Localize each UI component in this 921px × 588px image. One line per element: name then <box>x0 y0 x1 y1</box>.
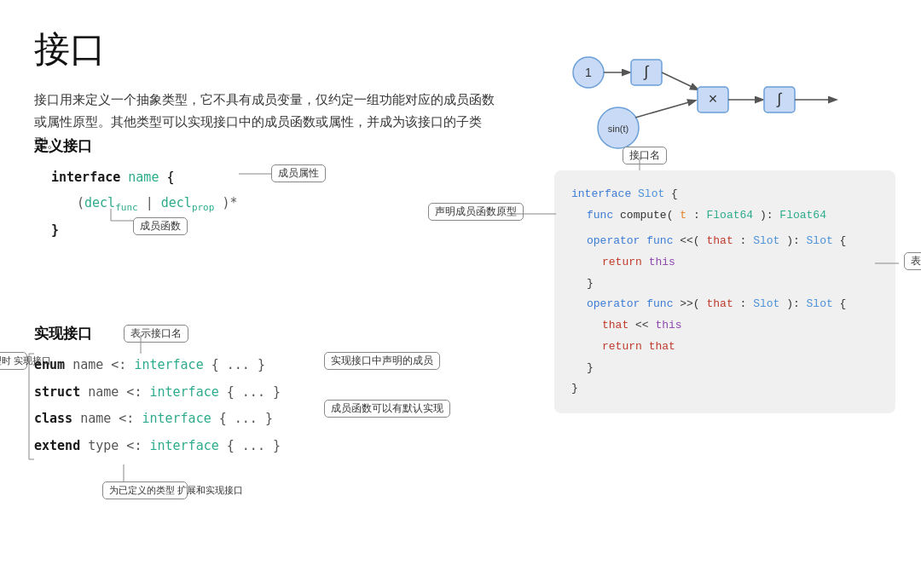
rc-that2: that <box>706 297 733 310</box>
kw-interface: interface <box>51 170 120 185</box>
rc-slot5: Slot <box>807 297 833 310</box>
rc-kw-func2: func <box>646 234 673 247</box>
rc-rparen: ): <box>760 209 779 222</box>
rc-float64-2: Float64 <box>779 209 826 222</box>
kw-extend: extend <box>34 438 80 453</box>
rc-slot4: Slot <box>753 297 779 310</box>
class-iface: interface <box>142 411 211 426</box>
impl-lines: enum name <: interface { ... } struct na… <box>34 352 529 459</box>
svg-line-8 <box>635 101 695 118</box>
struct-end: { ... } <box>219 384 281 400</box>
impl-line-enum: enum name <: interface { ... } <box>34 352 529 379</box>
svg-line-5 <box>662 72 698 89</box>
rc-colon2: : <box>740 234 754 247</box>
rc-rparen3: ): <box>786 297 806 310</box>
paren-open: ( <box>77 195 84 210</box>
ann-declare-proto: 声明成员函数原型 <box>428 203 524 221</box>
ann-member-attr-container: 成员属性 <box>239 161 341 190</box>
rc-compute: compute( <box>620 209 673 222</box>
ann-member-func-container: 成员函数 <box>102 209 171 236</box>
rc-return2: return <box>602 340 642 353</box>
rc-close3: } <box>571 382 578 395</box>
rc-return1: return <box>602 256 642 268</box>
svg-text:∫: ∫ <box>776 90 783 107</box>
impl-code-area: enum name <: interface { ... } struct na… <box>34 352 529 459</box>
paren-close: )* <box>222 195 237 210</box>
rc-line-8: return that <box>571 337 878 358</box>
rc-param-t: t <box>680 209 686 222</box>
ann-right-iface-name: 接口名 <box>623 147 667 164</box>
rc-rparen2: ): <box>786 234 806 247</box>
page: 接口 接口用来定义一个抽象类型，它不具有成员变量，仅约定一组功能对应的成员函数或… <box>0 0 921 588</box>
svg-text:sin(t): sin(t) <box>608 124 628 134</box>
brace-open: { <box>166 170 174 185</box>
rc-slot2: Slot <box>753 234 779 247</box>
rc-kw-func3: func <box>646 297 673 310</box>
ann-type-instance-line <box>875 259 901 268</box>
bracket-extend-line <box>119 464 128 483</box>
impl-line-struct: struct name <: interface { ... } <box>34 379 529 406</box>
rc-that4: that <box>649 340 675 353</box>
rc-float64-1: Float64 <box>707 209 754 222</box>
struct-iface: interface <box>149 384 218 400</box>
diagram-area: 1 ∫ sin(t) × ∫ <box>554 26 895 170</box>
rc-slot3: Slot <box>807 234 833 247</box>
rc-line-2: func compute( t : Float64 ): Float64 <box>571 205 878 227</box>
sub-prop: prop <box>192 202 215 213</box>
ann-member-func: 成员函数 <box>133 217 188 235</box>
rc-line-3: operator func <<( that : Slot ): Slot { <box>571 231 878 252</box>
rc-op-lshift: <<( <box>680 234 699 247</box>
rc-kw-operator1: operator <box>587 234 640 247</box>
ann-extend-impl: 为已定义的类型 扩展和实现接口 <box>102 481 188 499</box>
rc-close1: } <box>587 277 594 290</box>
rc-line-1: interface Slot { <box>571 184 878 205</box>
right-code-panel: 接口名 声明成员函数原型 表示实现此接口的类型实例 interface Slot… <box>554 170 895 413</box>
rc-op-rshift: >>( <box>680 297 699 310</box>
extend-end: { ... } <box>219 438 281 453</box>
extend-iface: interface <box>149 438 218 453</box>
rc-that3: that <box>602 319 628 331</box>
svg-text:∫: ∫ <box>643 63 650 80</box>
rc-kw-func: func <box>587 209 613 222</box>
rc-brace3: { <box>840 297 847 310</box>
rc-line-6: operator func >>( that : Slot ): Slot { <box>571 294 878 315</box>
rc-line-4: return this <box>571 252 878 274</box>
ann-impl-members: 实现接口中声明的成员 <box>324 352 440 370</box>
ann-define-impl: 定义类型时 实现接口 <box>0 352 27 370</box>
right-code-content: interface Slot { func compute( t : Float… <box>571 184 878 400</box>
rc-slot: Slot <box>638 187 664 200</box>
rc-line-9: } <box>571 358 878 379</box>
rc-line-7: that << this <box>571 315 878 337</box>
svg-text:1: 1 <box>585 66 592 79</box>
diagram-svg: 1 ∫ sin(t) × ∫ <box>554 26 870 162</box>
kw-class: class <box>34 411 72 426</box>
rc-lshift2: << <box>635 319 655 331</box>
class-end: { ... } <box>211 411 273 426</box>
rc-line-5: } <box>571 274 878 295</box>
impl-section: 实现接口 enum name <: interface { ... } stru… <box>34 324 529 459</box>
rc-colon1: : <box>693 209 707 222</box>
rc-that1: that <box>706 234 733 247</box>
define-heading: 定义接口 <box>34 136 495 156</box>
impl-heading: 实现接口 <box>34 324 529 343</box>
rc-colon3: : <box>740 297 754 310</box>
rc-close2: } <box>587 361 594 374</box>
class-rest: name <: <box>72 411 142 426</box>
ann-iface-name: 表示接口名 <box>124 325 188 343</box>
impl-line-class: class name <: interface { ... } <box>34 406 529 433</box>
svg-text:×: × <box>709 90 718 107</box>
impl-line-extend: extend type <: interface { ... } <box>34 433 529 460</box>
rc-this1: this <box>649 256 675 268</box>
rc-brace1: { <box>671 187 678 200</box>
rc-this2: this <box>655 319 681 331</box>
ann-default-impl: 成员函数可以有默认实现 <box>324 400 450 418</box>
rc-line-10: } <box>571 378 878 400</box>
ann-member-attr: 成员属性 <box>271 164 326 182</box>
brace-close: } <box>51 222 59 238</box>
enum-iface: interface <box>134 357 203 372</box>
define-interface-section: 定义接口 interface name { (declfunc | declpr… <box>34 136 495 243</box>
name-identifier: name <box>128 170 166 185</box>
extend-rest: type <: <box>80 438 149 453</box>
rc-kw-interface: interface <box>571 187 631 200</box>
rc-brace2: { <box>840 234 847 247</box>
